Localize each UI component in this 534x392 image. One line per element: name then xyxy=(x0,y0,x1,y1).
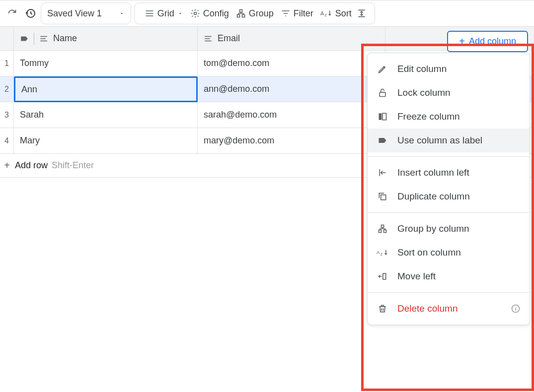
cell-email[interactable]: mary@demo.com xyxy=(198,128,385,154)
row-number[interactable]: 1 xyxy=(0,51,14,76)
trash-icon xyxy=(378,304,387,314)
svg-rect-11 xyxy=(381,225,384,228)
menu-separator xyxy=(368,212,530,213)
insert-left-icon xyxy=(378,168,387,178)
ctx-label: Lock column xyxy=(397,87,451,98)
history-button[interactable] xyxy=(23,6,38,21)
cell-name[interactable]: Tommy xyxy=(14,51,198,76)
cell-email[interactable]: sarah@demo.com xyxy=(198,102,385,128)
config-label: Config xyxy=(203,8,229,19)
plus-icon: + xyxy=(3,160,11,171)
add-column-label: Add column xyxy=(469,36,516,47)
plus-icon: + xyxy=(459,36,465,47)
filter-button[interactable]: Filter xyxy=(278,7,316,20)
redo-icon xyxy=(7,8,18,19)
svg-rect-7 xyxy=(380,92,385,96)
ctx-label: Delete column xyxy=(397,303,458,314)
svg-text:A: A xyxy=(320,10,324,16)
row-number[interactable]: 3 xyxy=(0,102,14,128)
row-height-icon xyxy=(357,8,367,18)
filter-icon xyxy=(281,8,291,18)
ctx-sort-on[interactable]: AZ Sort on column xyxy=(368,241,530,264)
move-left-icon xyxy=(378,271,387,281)
ctx-group-by[interactable]: Group by column xyxy=(368,217,530,241)
grid-lines-icon xyxy=(145,8,154,18)
ctx-freeze-column[interactable]: Freeze column xyxy=(368,105,530,129)
sort-az-icon: AZ xyxy=(320,9,332,17)
sort-az-icon: AZ xyxy=(377,248,388,257)
lock-icon xyxy=(378,88,387,98)
cell-name[interactable]: Mary xyxy=(14,128,198,154)
svg-rect-10 xyxy=(381,195,386,200)
group-button[interactable]: Group xyxy=(233,7,277,20)
menu-separator xyxy=(368,156,530,157)
text-lines-icon xyxy=(39,34,48,43)
sort-button[interactable]: AZ Sort xyxy=(317,7,355,20)
ctx-label: Group by column xyxy=(397,223,469,234)
group-icon xyxy=(378,224,387,234)
ctx-label: Sort on column xyxy=(397,247,461,258)
config-button[interactable]: Config xyxy=(187,7,232,20)
text-lines-icon xyxy=(204,34,213,43)
row-number[interactable]: 4 xyxy=(0,128,14,154)
group-label: Group xyxy=(249,8,274,19)
ctx-delete-column[interactable]: Delete column xyxy=(368,297,530,321)
ctx-label: Freeze column xyxy=(397,111,460,122)
gear-icon xyxy=(190,8,200,18)
view-options-group: Grid Config Group Filter AZ Sort xyxy=(134,2,375,24)
sort-label: Sort xyxy=(335,8,352,19)
saved-view-label: Saved View 1 xyxy=(47,8,102,19)
layout-label: Grid xyxy=(157,8,174,19)
row-height-button[interactable] xyxy=(356,7,368,19)
ctx-insert-left[interactable]: Insert column left xyxy=(368,161,530,185)
cell-email[interactable]: tom@demo.com xyxy=(198,51,385,76)
cell-email[interactable]: ann@demo.com xyxy=(198,76,385,102)
rownum-header xyxy=(0,27,14,51)
saved-view-dropdown[interactable]: Saved View 1 xyxy=(41,2,131,24)
svg-rect-9 xyxy=(382,113,386,120)
ctx-lock-column[interactable]: Lock column xyxy=(368,81,530,105)
ctx-label: Duplicate column xyxy=(397,191,470,202)
filter-label: Filter xyxy=(294,8,313,19)
svg-rect-2 xyxy=(239,10,242,12)
svg-text:A: A xyxy=(377,250,380,255)
svg-text:Z: Z xyxy=(381,252,383,257)
svg-point-1 xyxy=(194,12,196,15)
cell-name[interactable]: Ann xyxy=(14,76,198,102)
svg-rect-4 xyxy=(242,15,244,17)
ctx-label: Use column as label xyxy=(397,135,482,146)
ctx-label: Insert column left xyxy=(397,167,469,178)
pencil-icon xyxy=(378,64,387,74)
column-header-email[interactable]: Email xyxy=(198,27,385,51)
ctx-label: Move left xyxy=(397,271,436,282)
label-tag-icon xyxy=(20,34,29,43)
toolbar: Saved View 1 Grid Config Group Filter AZ… xyxy=(0,0,534,27)
ctx-duplicate-column[interactable]: Duplicate column xyxy=(368,185,530,208)
redo-button[interactable] xyxy=(5,6,20,21)
svg-rect-16 xyxy=(383,273,386,279)
ctx-edit-column[interactable]: Edit column xyxy=(368,57,530,81)
layout-dropdown[interactable]: Grid xyxy=(142,7,186,20)
duplicate-icon xyxy=(378,192,387,201)
column-name-label: Name xyxy=(53,33,77,44)
add-column-button[interactable]: + Add column xyxy=(447,31,528,52)
ctx-move-left[interactable]: Move left xyxy=(368,264,530,288)
svg-rect-3 xyxy=(237,15,239,17)
cell-name[interactable]: Sarah xyxy=(14,102,198,128)
svg-text:Z: Z xyxy=(324,13,327,17)
label-tag-icon xyxy=(378,135,387,145)
add-row-label: Add row xyxy=(15,160,48,171)
svg-rect-12 xyxy=(379,230,381,233)
add-row-shortcut: Shift-Enter xyxy=(52,160,94,171)
group-icon xyxy=(236,8,246,18)
ctx-use-as-label[interactable]: Use column as label xyxy=(368,129,530,152)
svg-rect-13 xyxy=(384,230,386,233)
svg-rect-8 xyxy=(379,113,382,120)
column-header-name[interactable]: Name xyxy=(14,27,198,51)
info-icon[interactable] xyxy=(511,304,521,314)
menu-separator xyxy=(368,292,530,293)
ctx-label: Edit column xyxy=(397,64,447,74)
history-icon xyxy=(24,7,36,19)
row-number[interactable]: 2 xyxy=(0,76,14,102)
caret-down-icon xyxy=(119,10,125,16)
